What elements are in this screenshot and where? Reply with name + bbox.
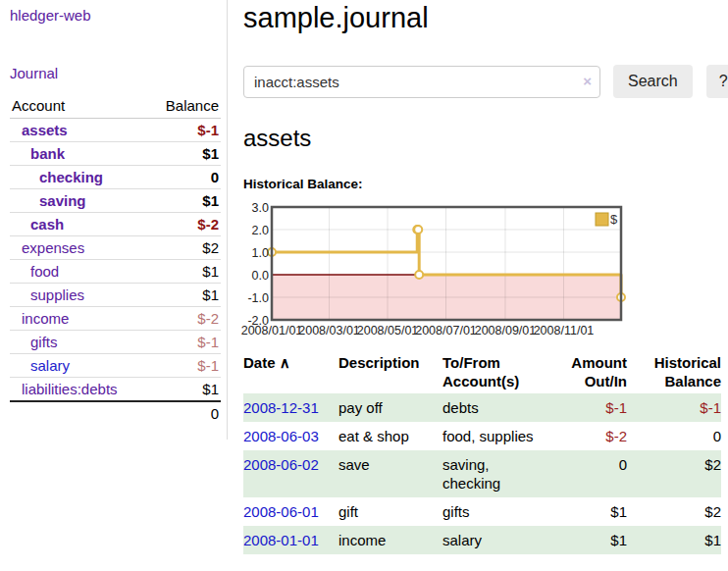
transactions-table-body: 2008-12-31pay offdebts$-1$-12008-06-03ea… — [243, 393, 721, 554]
help-button[interactable]: ? — [706, 65, 728, 98]
transaction-balance: $1 — [627, 526, 721, 554]
transaction-description: pay off — [338, 393, 442, 422]
account-row: food$1 — [10, 260, 221, 284]
date-link[interactable]: 2008-01-01 — [243, 532, 319, 548]
account-balance: $-1 — [148, 331, 221, 354]
svg-text:3.0: 3.0 — [252, 201, 269, 215]
svg-text:0.0: 0.0 — [252, 269, 269, 283]
transaction-description: eat & shop — [338, 422, 442, 450]
column-header-accounts: To/From Account(s) — [442, 350, 545, 393]
account-link-bank[interactable]: bank — [30, 145, 65, 162]
account-row: gifts$-1 — [10, 331, 221, 354]
column-header-description: Description — [338, 350, 442, 393]
account-link-gifts[interactable]: gifts — [30, 334, 58, 350]
total-spacer — [10, 401, 148, 425]
date-link[interactable]: 2008-06-03 — [243, 428, 319, 444]
search-button[interactable]: Search — [613, 65, 693, 98]
transaction-accounts: debts — [442, 393, 545, 422]
account-link-expenses[interactable]: expenses — [22, 239, 84, 256]
date-link[interactable]: 2008-06-01 — [243, 503, 319, 520]
svg-text:1.0: 1.0 — [252, 246, 269, 260]
transaction-amount: $-1 — [545, 393, 627, 422]
search-input[interactable] — [243, 66, 600, 98]
account-balance: $-2 — [148, 307, 221, 331]
account-row: salary$-1 — [10, 354, 221, 378]
svg-text:2008/03/01: 2008/03/01 — [298, 324, 360, 337]
transaction-date: 2008-12-31 — [243, 393, 338, 422]
date-link[interactable]: 2008-12-31 — [243, 399, 319, 416]
account-balance: $1 — [148, 260, 221, 284]
svg-text:$: $ — [610, 212, 618, 227]
transaction-balance: $2 — [627, 497, 721, 526]
account-link-checking[interactable]: checking — [39, 169, 103, 185]
account-row: supplies$1 — [10, 284, 221, 307]
transaction-row: 2008-12-31pay offdebts$-1$-1 — [243, 393, 721, 422]
account-balance: $2 — [148, 236, 221, 260]
historical-balance-label: Historical Balance: — [243, 177, 728, 191]
svg-text:2008/09/01: 2008/09/01 — [475, 324, 537, 337]
account-row: assets$-1 — [10, 119, 221, 142]
app-title-link[interactable]: hledger-web — [10, 7, 91, 24]
transaction-description: save — [338, 450, 442, 497]
transaction-date: 2008-06-01 — [243, 497, 338, 526]
transaction-description: gift — [338, 497, 442, 526]
column-header-date[interactable]: Date ∧ — [243, 350, 338, 393]
clear-search-icon[interactable]: × — [583, 74, 592, 89]
balance-column-header: Balance — [148, 94, 221, 119]
account-link-salary[interactable]: salary — [30, 357, 70, 374]
accounts-total-row: 0 — [10, 401, 221, 425]
transaction-balance: 0 — [627, 422, 721, 450]
account-row: cash$-2 — [10, 213, 221, 236]
account-link-liabilities-debts[interactable]: liabilities:debts — [22, 381, 118, 397]
date-link[interactable]: 2008-06-02 — [243, 456, 319, 473]
svg-text:2008/11/01: 2008/11/01 — [534, 324, 595, 337]
account-row: saving$1 — [10, 189, 221, 213]
transaction-date: 2008-06-02 — [243, 450, 338, 497]
svg-text:2.0: 2.0 — [252, 224, 269, 237]
account-title: assets — [243, 125, 728, 152]
transaction-amount: 0 — [545, 450, 627, 497]
transaction-amount: $-2 — [545, 422, 627, 450]
transaction-amount: $1 — [545, 526, 627, 554]
app-title: hledger-web — [10, 7, 221, 24]
account-balance: $-1 — [148, 354, 221, 378]
transaction-amount: $1 — [545, 497, 627, 526]
column-header-amount: Amount Out/In — [545, 350, 627, 393]
account-link-food[interactable]: food — [30, 263, 59, 280]
account-balance: $1 — [148, 142, 221, 166]
account-row: checking0 — [10, 166, 221, 189]
transaction-row: 2008-06-03eat & shopfood, supplies$-20 — [243, 422, 721, 450]
account-link-saving[interactable]: saving — [39, 192, 86, 209]
account-link-supplies[interactable]: supplies — [30, 286, 84, 303]
page-title: sample.journal — [243, 2, 728, 34]
accounts-header-row: Account Balance — [10, 94, 221, 119]
sort-ascending-icon: ∧ — [276, 354, 290, 371]
account-balance: $1 — [148, 378, 221, 402]
accounts-table: Account Balance assets$-1bank$1checking0… — [10, 94, 221, 425]
account-column-header: Account — [10, 94, 148, 119]
transaction-accounts: food, supplies — [442, 422, 545, 450]
account-balance: $-1 — [148, 119, 221, 142]
svg-text:2008/07/01: 2008/07/01 — [415, 324, 477, 337]
sidebar-item-journal[interactable]: Journal — [10, 65, 58, 81]
transaction-date: 2008-06-03 — [243, 422, 338, 450]
transaction-row: 2008-06-01giftgifts$1$2 — [243, 497, 721, 526]
transaction-accounts: gifts — [442, 497, 545, 526]
svg-text:2008/05/01: 2008/05/01 — [357, 324, 419, 337]
total-balance: 0 — [148, 401, 221, 425]
account-link-income[interactable]: income — [22, 310, 69, 327]
transactions-table: Date ∧DescriptionTo/From Account(s)Amoun… — [243, 350, 721, 554]
account-balance: $1 — [148, 189, 221, 213]
account-balance: $1 — [148, 284, 221, 307]
accounts-table-body: assets$-1bank$1checking0saving$1cash$-2e… — [10, 119, 221, 402]
transaction-balance: $-1 — [627, 393, 721, 422]
account-link-assets[interactable]: assets — [22, 122, 68, 138]
account-link-cash[interactable]: cash — [30, 216, 64, 233]
transaction-row: 2008-01-01incomesalary$1$1 — [243, 526, 721, 554]
transactions-header-row: Date ∧DescriptionTo/From Account(s)Amoun… — [243, 350, 721, 393]
account-balance: 0 — [148, 166, 221, 189]
search-row: × Search ? — [243, 65, 728, 98]
main-content: sample.journal × Search ? assets Histori… — [228, 0, 728, 571]
transaction-description: income — [338, 526, 442, 554]
svg-text:2008/01/01: 2008/01/01 — [241, 324, 303, 337]
